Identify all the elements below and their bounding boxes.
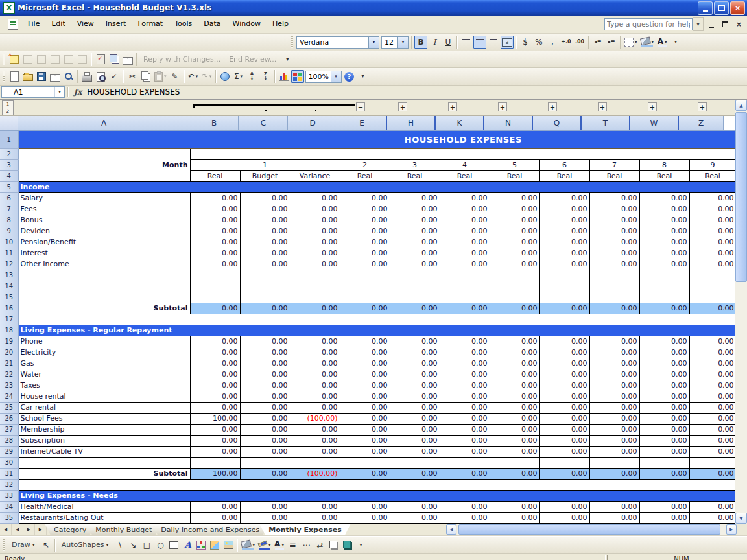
cell[interactable]: 0.00 [490, 215, 540, 226]
row-header-20[interactable]: 20 [0, 347, 18, 358]
cut-icon[interactable]: ✂ [126, 70, 139, 83]
cell[interactable] [18, 292, 190, 303]
autosum-dropdown-icon[interactable]: ▾ [241, 74, 243, 79]
scroll-right-icon[interactable]: ▶ [726, 524, 737, 535]
cell[interactable]: 0.00 [689, 204, 735, 215]
fill-color-icon[interactable]: ▾ [240, 539, 256, 552]
cell[interactable]: 0.00 [689, 468, 735, 479]
cell[interactable]: 0.00 [490, 380, 540, 391]
chart-wizard-icon[interactable] [278, 70, 290, 83]
cell[interactable] [440, 457, 490, 468]
cell[interactable]: 0.00 [290, 446, 340, 457]
cell[interactable]: 9 [689, 159, 735, 170]
toolbar-options-icon[interactable]: ▾ [357, 70, 370, 83]
outline-expand-button[interactable]: + [698, 102, 707, 111]
cell[interactable]: 0.00 [390, 501, 440, 512]
print-icon[interactable] [80, 70, 93, 83]
cell[interactable]: 0.00 [340, 237, 390, 248]
cell[interactable]: 0.00 [440, 248, 490, 259]
cell[interactable]: 0.00 [440, 446, 490, 457]
spelling-icon[interactable]: ✓ [108, 70, 121, 83]
cell[interactable]: 0.00 [240, 204, 290, 215]
cell[interactable] [290, 281, 340, 292]
row-label-cell[interactable]: Phone [18, 336, 190, 347]
cell[interactable] [240, 457, 290, 468]
cell[interactable]: 0.00 [589, 192, 639, 204]
row-header-31[interactable]: 31 [0, 468, 18, 479]
line-color-dropdown-icon[interactable]: ▾ [268, 542, 271, 548]
row-header-6[interactable]: 6 [0, 192, 18, 204]
column-header-B[interactable]: B [189, 116, 239, 130]
line-color-icon[interactable]: ▾ [257, 539, 272, 552]
row-label-cell[interactable]: Bonus [18, 215, 190, 226]
cell[interactable]: 0.00 [689, 435, 735, 446]
cell[interactable]: 0.00 [440, 413, 490, 424]
font-name-dropdown-icon[interactable]: ▾ [368, 37, 379, 48]
reply-with-changes-button[interactable]: Reply with Changes... [139, 53, 224, 66]
arrow-icon[interactable]: ↘ [126, 539, 139, 552]
cell[interactable]: 0.00 [639, 512, 689, 523]
horizontal-scroll-track[interactable] [457, 524, 726, 535]
section-header-cell[interactable]: Living Expenses - Needs [18, 490, 735, 501]
restore-button[interactable] [714, 1, 729, 15]
merge-and-center-icon[interactable]: a [501, 36, 514, 49]
cell[interactable]: 0.00 [490, 413, 540, 424]
minimize-button[interactable] [698, 1, 713, 15]
align-left-icon[interactable] [460, 36, 473, 49]
cell[interactable]: 0.00 [240, 215, 290, 226]
cell[interactable]: 0.00 [240, 468, 290, 479]
cell[interactable] [390, 270, 440, 281]
row-header-35[interactable]: 35 [0, 512, 18, 523]
cell[interactable]: 0.00 [290, 226, 340, 237]
show-comment-icon[interactable] [49, 53, 62, 66]
cell[interactable] [18, 270, 190, 281]
menu-data[interactable]: Data [198, 16, 226, 33]
cell[interactable]: 0.00 [190, 358, 240, 369]
cell[interactable]: 0.00 [589, 435, 639, 446]
cell[interactable]: Real [689, 170, 735, 181]
cell[interactable]: 0.00 [290, 192, 340, 204]
font-name-combo[interactable]: Verdana▾ [296, 36, 379, 49]
cell[interactable]: 100.00 [190, 413, 240, 424]
cell[interactable]: 0.00 [340, 192, 390, 204]
column-header-A[interactable]: A [18, 116, 189, 130]
outline-collapse-button[interactable]: − [356, 102, 365, 111]
autoshapes-menu-button[interactable]: AutoShapes▾ [58, 539, 113, 552]
cell[interactable]: 0.00 [689, 226, 735, 237]
cell[interactable] [689, 270, 735, 281]
insert-hyperlink-icon[interactable] [219, 70, 231, 83]
row-label-cell[interactable]: Pension/Benefit [18, 237, 190, 248]
cell[interactable] [540, 281, 589, 292]
sheet-tab-monthly-budget[interactable]: Monthly Budget [86, 524, 161, 535]
update-file-icon[interactable] [94, 53, 107, 66]
sheet-tab-monthly-expenses[interactable]: Monthly Expenses [259, 524, 351, 535]
previous-comment-icon[interactable] [21, 53, 34, 66]
sort-ascending-icon[interactable]: A↓ [246, 70, 259, 83]
cell[interactable]: 0.00 [390, 248, 440, 259]
cell[interactable] [18, 457, 190, 468]
cell[interactable]: 0.00 [490, 468, 540, 479]
vertical-scroll-track[interactable] [735, 111, 747, 513]
cell[interactable]: 0.00 [639, 192, 689, 204]
cell[interactable]: 0.00 [689, 192, 735, 204]
row-header-30[interactable]: 30 [0, 457, 18, 468]
outline-level-2-button[interactable]: 2 [2, 108, 14, 115]
wordart-icon[interactable]: A [181, 539, 194, 552]
cell[interactable]: 0.00 [639, 204, 689, 215]
cell[interactable]: 0.00 [540, 347, 589, 358]
cell[interactable] [240, 281, 290, 292]
paste-dropdown-icon[interactable]: ▾ [164, 74, 167, 79]
section-header-cell[interactable]: Living Expenses - Regular Repayment [18, 325, 735, 336]
paste-icon[interactable]: ▾ [153, 70, 168, 83]
rectangle-icon[interactable]: □ [140, 539, 153, 552]
menu-file[interactable]: File [22, 16, 45, 33]
cell[interactable]: 0.00 [190, 259, 240, 270]
cell[interactable] [689, 281, 735, 292]
cell[interactable]: 0.00 [490, 204, 540, 215]
cell[interactable]: 0.00 [390, 391, 440, 402]
cell[interactable]: 0.00 [639, 259, 689, 270]
cell[interactable] [290, 292, 340, 303]
row-header-27[interactable]: 27 [0, 424, 18, 435]
cell[interactable]: 0.00 [589, 424, 639, 435]
outline-expand-button[interactable]: + [548, 102, 557, 111]
